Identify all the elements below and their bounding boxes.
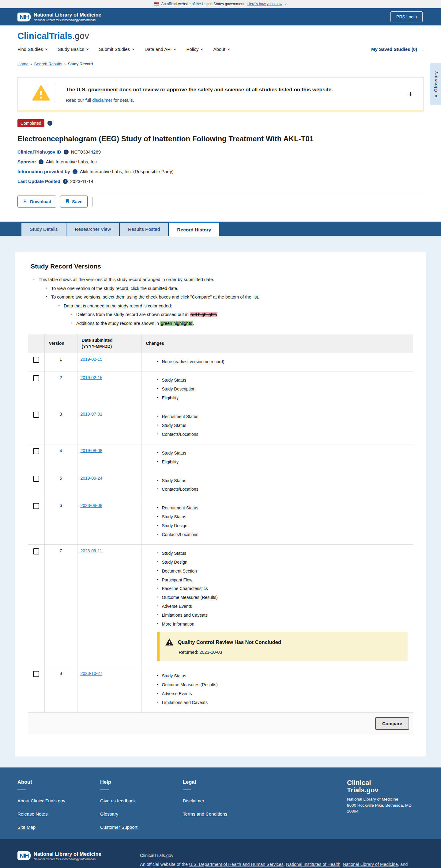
change-item: Participant Flow	[157, 577, 410, 583]
nav-item-study-basics[interactable]: Study Basics	[58, 46, 89, 52]
change-item: Study Status	[157, 423, 410, 429]
disclaimer-link[interactable]: disclaimer	[92, 98, 112, 103]
version-number: 7	[44, 544, 77, 667]
info-icon[interactable]: i	[39, 159, 43, 164]
chevron-down-icon	[86, 48, 89, 51]
version-number: 2	[44, 371, 77, 408]
tab-record-history[interactable]: Record History	[169, 222, 219, 237]
footer-legal-column: Legal Disclaimer Terms and Conditions	[183, 779, 266, 830]
note-view: To view one version of the study record,…	[46, 286, 413, 292]
hhs-link[interactable]: U.S. Department of Health and Human Serv…	[189, 862, 283, 867]
footer-link-customer-support[interactable]: Customer Support	[100, 825, 137, 830]
footer-link-disclaimer[interactable]: Disclaimer	[183, 798, 204, 803]
nlm-link[interactable]: National Library of Medicine	[343, 862, 398, 867]
compare-button[interactable]: Compare	[375, 717, 409, 730]
nlm-title: National Library of Medicine	[34, 12, 101, 18]
version-number: 6	[44, 499, 77, 545]
breadcrumb-home[interactable]: Home	[18, 62, 29, 66]
nlm-subfooter: NIH National Library of Medicine Nationa…	[0, 839, 441, 868]
version-5-date-link[interactable]: 2019-09-24	[80, 476, 103, 480]
save-button[interactable]: Save	[60, 195, 88, 208]
tab-researcher-view[interactable]: Researcher View	[66, 223, 119, 236]
expand-banner-button[interactable]: +	[406, 89, 415, 99]
version-column-header: Version	[44, 334, 77, 353]
footer-link-glossary[interactable]: Glossary	[100, 811, 118, 816]
record-tabs: Study Details Researcher View Results Po…	[0, 222, 441, 236]
footer-clinicaltrials-logo: Clinical Trials.gov	[347, 779, 423, 794]
breadcrumb-search-results[interactable]: Search Results	[34, 62, 63, 66]
info-icon[interactable]: i	[63, 179, 68, 184]
footer-org: National Library of Medicine	[347, 797, 423, 802]
prs-login-button[interactable]: PRS Login	[391, 11, 422, 22]
versions-notes: This table shows all the versions of thi…	[33, 277, 413, 327]
nih-link[interactable]: National Institutes of Health	[286, 862, 340, 867]
nlm-title: National Library of Medicine	[34, 851, 101, 857]
qc-returned-date: Returned: 2023-10-03	[179, 650, 402, 655]
download-button[interactable]: Download	[18, 195, 56, 208]
changes-column-header: Changes	[141, 334, 413, 353]
table-row: 2 2019-02-15 Study Status Study Descript…	[28, 371, 413, 408]
table-row: 8 2023-10-27 Study Status Outcome Measur…	[28, 667, 413, 712]
clinicaltrials-logo[interactable]: ClinicalTrials.gov	[18, 32, 423, 40]
breadcrumb-current: Study Record	[68, 62, 93, 66]
nav-item-policy[interactable]: Policy	[186, 46, 203, 52]
version-8-date-link[interactable]: 2023-10-27	[80, 671, 103, 676]
note-intro: This table shows all the versions of thi…	[33, 277, 413, 327]
main-nav: Find Studies Study Basics Submit Studies…	[18, 46, 423, 57]
nav-item-data-api[interactable]: Data and API	[144, 46, 176, 52]
footer-link-feedback[interactable]: Give us feedback	[100, 798, 136, 803]
sponsor-value: Akili Interactive Labs, Inc.	[46, 159, 98, 164]
footer-heading: Help	[100, 779, 183, 790]
tab-study-details[interactable]: Study Details	[22, 223, 66, 236]
my-saved-studies-link[interactable]: My Saved Studies (0)→	[371, 46, 423, 52]
change-item: Adverse Events	[157, 691, 410, 697]
footer-link-release-notes[interactable]: Release Notes	[18, 811, 47, 816]
qc-title: Quality Control Review Has Not Concluded	[178, 639, 281, 645]
version-7-date-link[interactable]: 2023-09-11	[80, 548, 102, 553]
arrow-right-icon: →	[419, 46, 423, 52]
last-update-value: 2023-11-14	[70, 179, 93, 184]
change-item: Recruitment Status	[157, 414, 410, 420]
footer-link-terms[interactable]: Terms and Conditions	[183, 811, 227, 816]
version-7-checkbox[interactable]	[33, 548, 39, 554]
nav-item-about[interactable]: About	[213, 46, 229, 52]
nih-logo: NIH	[18, 12, 31, 22]
site-header: ClinicalTrials.gov Find Studies Study Ba…	[0, 25, 441, 57]
nav-item-find-studies[interactable]: Find Studies	[18, 46, 47, 52]
nav-item-submit-studies[interactable]: Submit Studies	[99, 46, 134, 52]
study-record-versions-card: Study Record Versions This table shows a…	[15, 252, 426, 756]
meta-row-last-update: Last Update Posted i 2023-11-14	[18, 179, 423, 184]
version-1-checkbox[interactable]	[33, 357, 39, 363]
qc-warning-icon	[165, 638, 174, 647]
version-1-date-link[interactable]: 2019-02-15	[80, 357, 103, 362]
version-5-checkbox[interactable]	[33, 476, 39, 482]
info-icon[interactable]: i	[73, 169, 77, 174]
version-2-checkbox[interactable]	[33, 375, 39, 381]
info-icon[interactable]: i	[47, 121, 53, 126]
heres-how-you-know-link[interactable]: Here's how you know	[247, 2, 282, 6]
footer-link-site-map[interactable]: Site Map	[18, 825, 36, 830]
table-row: 7 2023-09-11 Study Status Study Design D…	[28, 544, 413, 667]
brand-suffix: .gov	[72, 31, 89, 41]
change-item: Limitations and Caveats	[157, 612, 410, 618]
glossary-side-tab[interactable]: « Glossary	[430, 63, 441, 105]
footer-heading: About	[18, 779, 100, 790]
version-6-checkbox[interactable]	[33, 503, 39, 509]
chevron-down-icon	[132, 48, 134, 51]
version-3-date-link[interactable]: 2019-07-01	[80, 412, 103, 416]
action-divider	[93, 197, 93, 206]
tab-results-posted[interactable]: Results Posted	[120, 223, 168, 236]
version-number: 4	[44, 444, 77, 472]
table-row: 5 2019-09-24 Study Status Contacts/Locat…	[28, 472, 413, 499]
version-4-checkbox[interactable]	[33, 448, 39, 454]
footer-link-about-clinicaltrials[interactable]: About ClinicalTrials.gov	[18, 798, 65, 803]
quality-control-notice: Quality Control Review Has Not Concluded…	[157, 632, 408, 661]
version-2-date-link[interactable]: 2019-02-15	[80, 375, 103, 380]
version-4-date-link[interactable]: 2019-08-08	[80, 448, 103, 453]
version-3-checkbox[interactable]	[33, 412, 39, 418]
version-6-date-link[interactable]: 2023-08-08	[80, 503, 103, 508]
chevron-down-icon	[227, 48, 230, 51]
version-8-checkbox[interactable]	[33, 671, 39, 677]
change-item: Study Status	[157, 377, 410, 383]
info-icon[interactable]: i	[64, 150, 69, 154]
